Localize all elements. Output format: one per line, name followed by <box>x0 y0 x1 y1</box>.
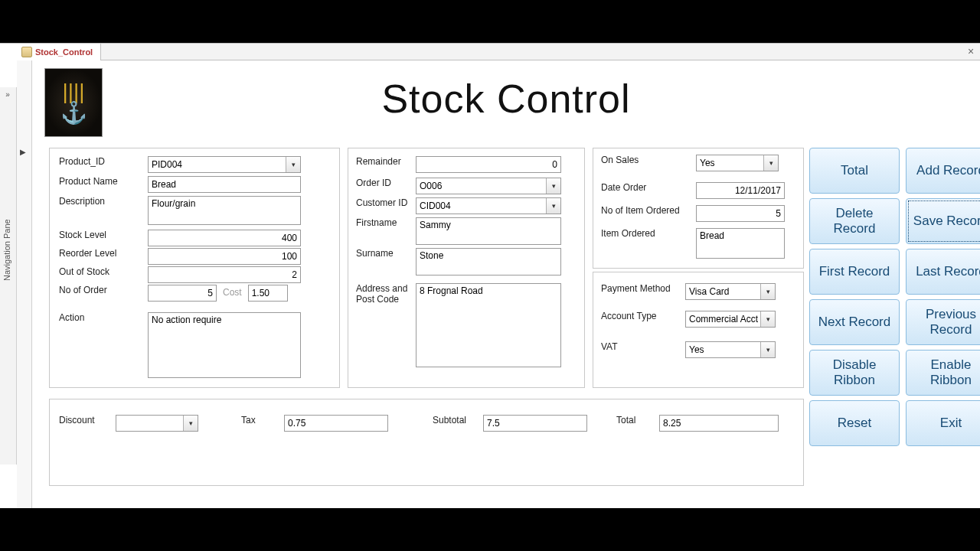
no-of-order-field[interactable] <box>148 285 217 302</box>
firstname-field[interactable]: Sammy <box>416 217 561 245</box>
label-on-sales: On Sales <box>601 155 690 165</box>
vat-field[interactable] <box>685 341 776 358</box>
action-field[interactable]: No action require <box>148 312 301 378</box>
expand-pane-icon[interactable]: » <box>2 90 14 99</box>
payment-method-field[interactable] <box>685 283 776 300</box>
label-no-of-order: No of Order <box>59 285 142 295</box>
date-order-field[interactable] <box>696 182 785 199</box>
record-selector[interactable]: ▶ <box>17 60 32 508</box>
label-action: Action <box>59 312 142 323</box>
remainder-field[interactable] <box>416 156 561 173</box>
close-icon[interactable]: × <box>965 46 977 58</box>
nav-pane-label: Navigation Pane <box>2 219 11 281</box>
stock-level-field[interactable] <box>148 230 301 246</box>
next-record-button[interactable]: Next Record <box>809 299 900 345</box>
customer-id-field[interactable] <box>416 197 561 214</box>
item-ordered-field[interactable]: Bread <box>696 228 785 259</box>
label-subtotal: Subtotal <box>433 415 477 425</box>
totals-panel: Discount Tax Subtotal Total <box>49 399 804 486</box>
label-total: Total <box>616 415 653 425</box>
total-field[interactable] <box>659 415 779 432</box>
add-record-button[interactable]: Add Record <box>906 148 980 194</box>
label-no-item-ordered: No of Item Ordered <box>601 205 690 216</box>
button-panel: Total Add Record Delete Record Save Reco… <box>809 148 980 446</box>
form-icon <box>21 47 32 57</box>
save-record-button[interactable]: Save Record <box>906 198 980 244</box>
label-surname: Surname <box>356 248 410 259</box>
label-product-name: Product Name <box>59 176 142 187</box>
order-id-field[interactable] <box>416 178 561 194</box>
label-description: Description <box>59 196 142 207</box>
last-record-button[interactable]: Last Record <box>906 249 980 295</box>
sales-panel: On Sales Date Order No of Item Ordered I… <box>593 148 804 269</box>
tax-field[interactable] <box>284 415 388 432</box>
label-vat: VAT <box>601 341 679 352</box>
cost-field[interactable] <box>248 285 288 302</box>
label-discount: Discount <box>59 415 109 425</box>
label-date-order: Date Order <box>601 182 690 193</box>
delete-record-button[interactable]: Delete Record <box>809 198 900 244</box>
label-payment-method: Payment Method <box>601 283 679 294</box>
surname-field[interactable]: Stone <box>416 248 561 276</box>
product-id-field[interactable] <box>148 156 301 173</box>
label-out-of-stock: Out of Stock <box>59 266 142 277</box>
product-panel: Product_ID Product Name Description Flou… <box>49 148 340 388</box>
navigation-pane-collapsed[interactable]: » Navigation Pane <box>0 87 17 465</box>
reorder-level-field[interactable] <box>148 248 301 265</box>
discount-field[interactable] <box>116 415 198 432</box>
label-cost: Cost <box>223 285 242 298</box>
out-of-stock-field[interactable] <box>148 266 301 283</box>
no-item-ordered-field[interactable] <box>696 205 785 222</box>
exit-button[interactable]: Exit <box>906 400 980 446</box>
disable-ribbon-button[interactable]: Disable Ribbon <box>809 350 900 396</box>
label-account-type: Account Type <box>601 311 679 321</box>
tab-label: Stock_Control <box>35 47 93 57</box>
first-record-button[interactable]: First Record <box>809 249 900 295</box>
label-tax: Tax <box>241 415 278 425</box>
description-field[interactable]: Flour/grain <box>148 196 301 225</box>
label-product-id: Product_ID <box>59 156 142 167</box>
reset-button[interactable]: Reset <box>809 400 900 446</box>
tab-strip: Stock_Control × <box>17 44 980 60</box>
label-address: Address and Post Code <box>356 283 410 305</box>
label-item-ordered: Item Ordered <box>601 228 690 239</box>
enable-ribbon-button[interactable]: Enable Ribbon <box>906 350 980 396</box>
order-panel: Remainder Order ID Customer ID Firstname… <box>348 148 585 388</box>
tab-stock-control[interactable]: Stock_Control <box>17 44 101 60</box>
address-field[interactable]: 8 Frognal Road <box>416 283 561 367</box>
previous-record-button[interactable]: Previous Record <box>906 299 980 345</box>
on-sales-field[interactable] <box>696 155 779 171</box>
label-customer-id: Customer ID <box>356 197 410 208</box>
label-order-id: Order ID <box>356 178 410 188</box>
product-name-field[interactable] <box>148 176 301 193</box>
label-reorder-level: Reorder Level <box>59 248 142 259</box>
account-type-field[interactable] <box>685 311 776 328</box>
label-stock-level: Stock Level <box>59 230 142 240</box>
subtotal-field[interactable] <box>483 415 587 432</box>
form-title: Stock Control <box>32 76 980 122</box>
label-remainder: Remainder <box>356 156 410 167</box>
total-button[interactable]: Total <box>809 148 900 194</box>
payment-panel: Payment Method Account Type VAT <box>593 272 804 388</box>
label-firstname: Firstname <box>356 217 410 228</box>
current-record-marker-icon: ▶ <box>20 148 26 156</box>
